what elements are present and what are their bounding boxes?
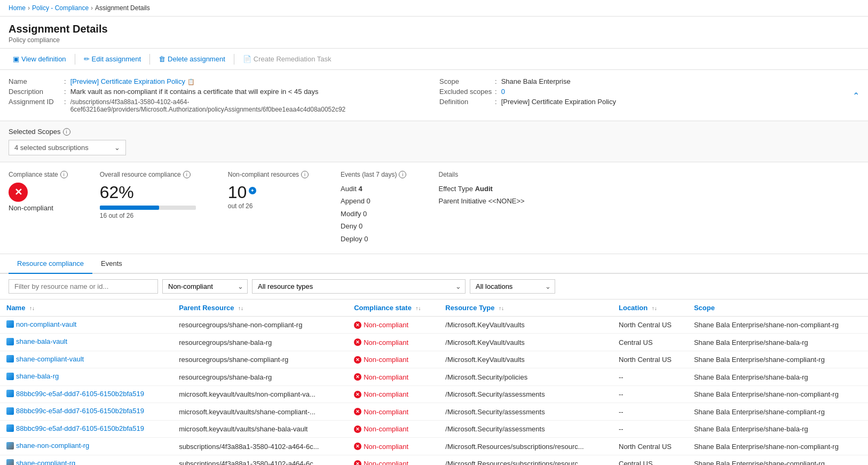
cell-state-0: ✕ Non-compliant: [348, 316, 439, 334]
deploy-row: Deploy 0: [341, 233, 406, 245]
table-row: shane-bala-rg resourcegroups/shane-bala-…: [0, 368, 868, 386]
detail-scope-row: Scope : Shane Bala Enterprise: [439, 76, 859, 86]
resource-name-link[interactable]: shane-non-compliant-rg: [16, 442, 89, 450]
resource-name-link[interactable]: 88bbc99c-e5af-ddd7-6105-6150b2bfa519: [16, 407, 144, 415]
cell-scope-3: Shane Bala Enterprise/shane-bala-rg: [688, 368, 868, 386]
col-scope[interactable]: Scope: [688, 300, 868, 317]
copy-icon[interactable]: 📋: [187, 78, 195, 85]
edit-icon: ✏: [84, 55, 90, 63]
resource-type-filter-wrapper: All resource types: [252, 279, 465, 294]
cell-type-5: /Microsoft.Security/assessments: [439, 403, 612, 421]
scopes-info-icon[interactable]: i: [63, 128, 70, 136]
resource-name-link[interactable]: shane-bala-vault: [16, 337, 67, 345]
cell-state-8: ✕ Non-compliant: [348, 455, 439, 465]
resource-type-icon: [6, 442, 14, 450]
non-compliant-state-icon: ✕: [354, 391, 361, 398]
sort-state-icon[interactable]: ↑↓: [416, 305, 421, 311]
breadcrumb-policy-compliance[interactable]: Policy - Compliance: [32, 4, 89, 12]
cell-location-4: --: [612, 385, 688, 403]
resource-name-link[interactable]: 88bbc99c-e5af-ddd7-6105-6150b2bfa519: [16, 390, 144, 398]
cell-parent-2: resourcegroups/shane-compliant-rg: [172, 351, 348, 368]
cell-scope-1: Shane Bala Enterprise/shane-bala-rg: [688, 334, 868, 351]
non-compliant-state-icon: ✕: [354, 460, 361, 465]
table-row: shane-compliant-rg subscriptions/4f3a88a…: [0, 455, 868, 465]
create-remediation-button[interactable]: 📄 Create Remediation Task: [239, 53, 336, 65]
resource-type-icon: [6, 338, 14, 345]
resource-type-icon: [6, 407, 14, 415]
location-filter[interactable]: All locations: [470, 279, 555, 294]
compliance-state-info-icon[interactable]: i: [60, 171, 68, 178]
cell-location-6: --: [612, 420, 688, 438]
detail-excluded-scopes-row: Excluded scopes : 0: [439, 86, 859, 97]
tab-events[interactable]: Events: [92, 254, 131, 274]
resource-name-link[interactable]: non-compliant-vault: [16, 320, 76, 328]
sort-type-icon[interactable]: ↑↓: [499, 305, 504, 311]
scopes-section: Selected Scopes i 4 selected subscriptio…: [0, 121, 868, 162]
delete-assignment-button[interactable]: 🗑 Delete assignment: [154, 53, 230, 65]
resource-name-link[interactable]: 88bbc99c-e5af-ddd7-6105-6150b2bfa519: [16, 424, 144, 432]
overall-compliance-info-icon[interactable]: i: [183, 171, 191, 178]
description-label: Description: [9, 88, 62, 96]
tab-resource-compliance[interactable]: Resource compliance: [9, 254, 92, 274]
cell-type-3: /Microsoft.Security/policies: [439, 368, 612, 386]
sort-parent-icon[interactable]: ↑↓: [238, 305, 243, 311]
cell-location-2: North Central US: [612, 351, 688, 368]
chevron-down-icon: ⌄: [114, 144, 120, 152]
cell-scope-8: Shane Bala Enterprise/shane-compliant-rg: [688, 455, 868, 465]
non-compliant-count: 10 ✦: [228, 183, 309, 202]
detail-name-row: Name : [Preview] Certificate Expiration …: [9, 76, 429, 86]
col-name[interactable]: Name ↑↓: [0, 300, 172, 317]
resource-type-icon: [6, 320, 14, 328]
edit-assignment-button[interactable]: ✏ Edit assignment: [80, 53, 146, 65]
toolbar-sep2: [149, 54, 150, 65]
view-definition-button[interactable]: ▣ View definition: [9, 53, 70, 65]
cell-scope-2: Shane Bala Enterprise/shane-compliant-rg: [688, 351, 868, 368]
assignment-id-label: Assignment ID: [9, 98, 62, 106]
table-header-row: Name ↑↓ Parent Resource ↑↓ Compliance st…: [0, 300, 868, 317]
non-compliant-state-icon: ✕: [354, 338, 361, 346]
resource-type-filter[interactable]: All resource types: [252, 279, 465, 294]
breadcrumb: Home › Policy - Compliance › Assignment …: [0, 0, 868, 17]
resource-type-icon: [6, 424, 14, 432]
details-block: Details Effect Type Audit Parent Initiat…: [438, 171, 524, 208]
cell-parent-8: subscriptions/4f3a88a1-3580-4102-a464-6c…: [172, 455, 348, 465]
events-info-icon[interactable]: i: [399, 171, 406, 178]
resource-name-link[interactable]: shane-bala-rg: [16, 372, 59, 380]
table-row: shane-compliant-vault resourcegroups/sha…: [0, 351, 868, 368]
page-header: Assignment Details Policy compliance: [0, 17, 868, 49]
table-row: 88bbc99c-e5af-ddd7-6105-6150b2bfa519 mic…: [0, 385, 868, 403]
resource-name-link[interactable]: shane-compliant-vault: [16, 355, 84, 363]
resource-type-icon: [6, 373, 14, 380]
cell-scope-6: Shane Bala Enterprise/shane-bala-rg: [688, 420, 868, 438]
non-compliant-out-of: out of 26: [228, 202, 309, 210]
col-type[interactable]: Resource Type ↑↓: [439, 300, 612, 317]
col-parent[interactable]: Parent Resource ↑↓: [172, 300, 348, 317]
resource-name-link[interactable]: shane-compliant-rg: [16, 459, 75, 465]
cell-parent-3: resourcegroups/shane-bala-rg: [172, 368, 348, 386]
non-compliant-resources-info-icon[interactable]: i: [301, 171, 309, 178]
overall-compliance-label: Overall resource compliance i: [100, 171, 196, 178]
scope-label: Scope: [439, 77, 493, 85]
cell-type-8: /Microsoft.Resources/subscriptions/resou…: [439, 455, 612, 465]
col-location[interactable]: Location ↑↓: [612, 300, 688, 317]
search-input[interactable]: [9, 279, 158, 294]
compliance-percentage: 62%: [100, 183, 196, 202]
sort-location-icon[interactable]: ↑↓: [652, 305, 657, 311]
cell-name-6: 88bbc99c-e5af-ddd7-6105-6150b2bfa519: [0, 420, 172, 438]
effect-type-row: Effect Type Audit: [438, 183, 524, 195]
breadcrumb-home[interactable]: Home: [9, 4, 26, 12]
non-compliant-state-icon: ✕: [354, 373, 361, 381]
scopes-dropdown[interactable]: 4 selected subscriptions ⌄: [9, 140, 126, 155]
breadcrumb-sep2: ›: [91, 4, 93, 12]
sort-name-icon[interactable]: ↑↓: [29, 305, 35, 311]
compliance-filter[interactable]: Non-compliant: [162, 279, 248, 294]
compliance-filter-wrapper: Non-compliant: [162, 279, 248, 294]
cell-state-4: ✕ Non-compliant: [348, 385, 439, 403]
cell-location-5: --: [612, 403, 688, 421]
view-definition-icon: ▣: [13, 55, 19, 63]
events-block: Events (last 7 days) i Audit 4 Append 0 …: [341, 171, 406, 245]
collapse-button[interactable]: ⌃: [853, 90, 859, 100]
col-state[interactable]: Compliance state ↑↓: [348, 300, 439, 317]
cell-state-6: ✕ Non-compliant: [348, 420, 439, 438]
deny-row: Deny 0: [341, 220, 406, 232]
